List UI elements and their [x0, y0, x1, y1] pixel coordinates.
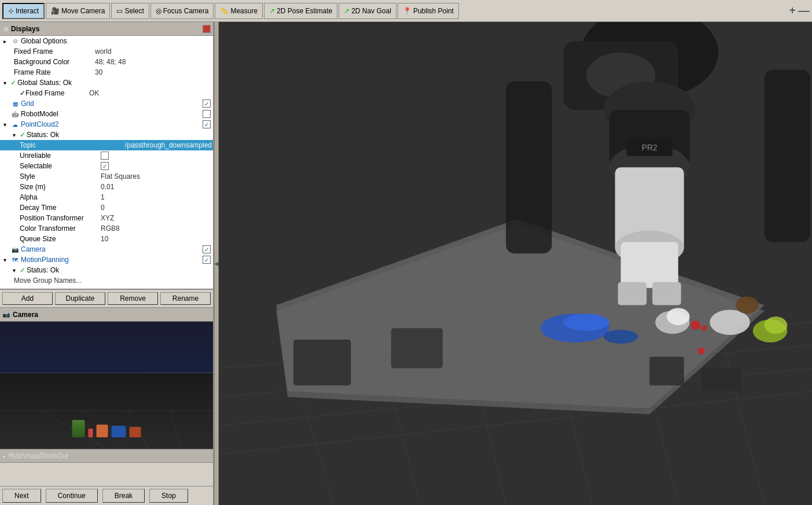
- svg-point-37: [667, 308, 690, 325]
- style-prop-name: Style: [20, 172, 101, 180]
- unreliable-row: Unreliable: [0, 150, 213, 161]
- global-status-arrow: ▾: [3, 80, 10, 86]
- bg-color-row: Background Color 48; 48; 48: [0, 57, 213, 67]
- robot-model-icon: 🤖: [10, 109, 20, 119]
- size-prop-val: 0.01: [101, 183, 211, 191]
- grid-item[interactable]: ▦ Grid ✓: [0, 98, 213, 109]
- unreliable-checkbox[interactable]: [101, 152, 109, 160]
- measure-button[interactable]: 📏 Measure: [215, 3, 263, 19]
- toolbar-minus-icon[interactable]: —: [798, 4, 810, 17]
- select-icon: ▭: [116, 7, 123, 15]
- 2d-nav-button[interactable]: ↗ 2D Nav Goal: [339, 3, 396, 19]
- continue-button[interactable]: Continue: [46, 489, 98, 503]
- svg-rect-45: [293, 340, 351, 385]
- mp-status-label: Status: Ok: [27, 266, 212, 274]
- pc2-status-item[interactable]: ▾ ✓ Status: Ok: [0, 130, 213, 140]
- displays-tree[interactable]: ▸ ⚙ Global Options Fixed Frame world Bac…: [0, 36, 213, 289]
- 2d-nav-icon: ↗: [344, 7, 350, 15]
- motion-planning-item[interactable]: ▾ 🗺 MotionPlanning ✓: [0, 255, 213, 265]
- camera-view: [0, 322, 213, 449]
- global-options-item[interactable]: ▸ ⚙ Global Options: [0, 36, 213, 46]
- toolbar-plus-icon[interactable]: +: [789, 4, 796, 17]
- svg-rect-27: [618, 282, 647, 305]
- topic-item[interactable]: Topic /passthrough_downsampled: [0, 140, 213, 150]
- pos-transformer-prop-name: Position Transformer: [20, 214, 101, 222]
- camera-display-checkbox[interactable]: ✓: [203, 245, 211, 253]
- next-button[interactable]: Next: [2, 489, 41, 503]
- add-button[interactable]: Add: [2, 292, 53, 305]
- alpha-prop-val: 1: [101, 193, 211, 201]
- 3d-viewport[interactable]: PR2: [219, 22, 812, 505]
- preview-item-3: [97, 425, 108, 437]
- svg-point-40: [698, 348, 705, 355]
- 2d-pose-button[interactable]: ↗ 2D Pose Estimate: [264, 3, 337, 19]
- move-camera-button[interactable]: 🎥 Move Camera: [46, 3, 110, 19]
- global-options-arrow: ▸: [3, 38, 10, 45]
- pos-transformer-prop-val: XYZ: [101, 214, 211, 222]
- displays-header: 🖥 Displays: [0, 22, 213, 36]
- stop-button[interactable]: Stop: [149, 489, 188, 503]
- camera-display-item[interactable]: 📷 Camera ✓: [0, 244, 213, 255]
- topic-val: /passthrough_downsampled: [125, 141, 212, 149]
- svg-text:PR2: PR2: [642, 143, 657, 152]
- mp-status-check-icon: ✓: [20, 266, 25, 274]
- displays-close-button[interactable]: [203, 25, 211, 33]
- motion-planning-label: MotionPlanning: [21, 256, 203, 264]
- decay-time-prop-val: 0: [101, 204, 211, 212]
- svg-rect-28: [652, 282, 681, 305]
- preview-item-1: [72, 420, 85, 437]
- svg-rect-48: [701, 368, 741, 392]
- select-label: Select: [124, 7, 144, 15]
- color-transformer-prop-val: RGB8: [101, 224, 211, 233]
- select-button[interactable]: ▭ Select: [111, 3, 149, 19]
- publish-point-button[interactable]: 📍 Publish Point: [398, 3, 459, 19]
- global-options-label: Global Options: [21, 37, 212, 45]
- pointcloud2-checkbox[interactable]: ✓: [203, 120, 211, 128]
- rviz-gui-header: ⬥ RvizVisualToolsGui: [0, 449, 213, 463]
- selectable-checkbox[interactable]: ✓: [101, 162, 109, 170]
- grid-checkbox[interactable]: ✓: [203, 99, 211, 108]
- 2d-nav-label: 2D Nav Goal: [351, 7, 391, 15]
- pointcloud2-item[interactable]: ▾ ☁ PointCloud2 ✓: [0, 119, 213, 130]
- fixed-frame-row: Fixed Frame world: [0, 46, 213, 57]
- interact-button[interactable]: ⊹ Interact: [2, 3, 45, 19]
- 3d-scene-svg: PR2: [219, 22, 812, 505]
- robot-model-item[interactable]: 🤖 RobotModel: [0, 109, 213, 119]
- remove-button[interactable]: Remove: [108, 292, 158, 305]
- interact-icon: ⊹: [8, 7, 14, 15]
- fixed-frame-ok-name: Fixed Frame: [25, 89, 89, 97]
- svg-point-43: [765, 316, 788, 334]
- publish-point-icon: 📍: [403, 7, 411, 15]
- toolbar: ⊹ Interact 🎥 Move Camera ▭ Select ◎ Focu…: [0, 0, 812, 22]
- frame-rate-prop-val: 30: [95, 68, 211, 76]
- move-group-names-row: Move Group Names...: [0, 275, 213, 286]
- publish-point-label: Publish Point: [413, 7, 454, 15]
- fixed-frame-prop-name: Fixed Frame: [14, 47, 95, 56]
- rename-button[interactable]: Rename: [160, 292, 211, 305]
- 2d-pose-label: 2D Pose Estimate: [277, 7, 332, 15]
- motion-planning-checkbox[interactable]: ✓: [203, 256, 211, 264]
- mp-status-item[interactable]: ▾ ✓ Status: Ok: [0, 265, 213, 275]
- camera-display-icon: 📷: [10, 245, 20, 254]
- robot-model-label: RobotModel: [21, 110, 203, 118]
- global-status-item[interactable]: ▾ ✓ Global Status: Ok: [0, 78, 213, 88]
- measure-icon: 📏: [220, 7, 229, 15]
- left-panel: 🖥 Displays ▸ ⚙ Global Options Fixed Fram…: [0, 22, 214, 505]
- preview-item-2: [89, 429, 93, 437]
- fixed-frame-ok-val: OK: [89, 89, 211, 97]
- break-button[interactable]: Break: [102, 489, 145, 503]
- collapse-handle[interactable]: ◀: [214, 22, 219, 505]
- svg-point-35: [604, 330, 638, 344]
- displays-title: Displays: [11, 25, 203, 33]
- collapse-arrow-icon: ◀: [214, 260, 219, 267]
- camera-section-title: Camera: [13, 311, 211, 319]
- rviz-gui-icon: ⬥: [2, 452, 6, 459]
- focus-camera-button[interactable]: ◎ Focus Camera: [150, 3, 214, 19]
- robot-model-checkbox[interactable]: [203, 110, 211, 118]
- focus-camera-label: Focus Camera: [163, 7, 209, 15]
- pc2-status-arrow: ▾: [13, 132, 20, 138]
- camera-display-label: Camera: [21, 245, 203, 253]
- global-options-icon: ⚙: [10, 36, 20, 46]
- pointcloud2-icon: ☁: [10, 120, 20, 129]
- duplicate-button[interactable]: Duplicate: [55, 292, 105, 305]
